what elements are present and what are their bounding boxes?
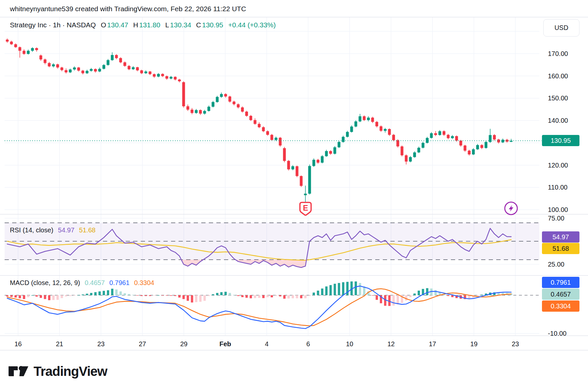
macd-histogram-value: 0.4657 xyxy=(85,279,105,287)
last-price-badge: 130.95 xyxy=(542,135,579,146)
time-tick-label: 19 xyxy=(470,340,478,348)
rsi-title: RSI (14, close) xyxy=(10,226,53,234)
time-tick-label: 23 xyxy=(512,340,519,348)
macd-tick-label: -10.00 xyxy=(548,330,567,337)
macd-signal-value: 0.3304 xyxy=(134,279,154,287)
time-tick-label: 10 xyxy=(346,340,353,348)
time-tick-label: 27 xyxy=(139,340,146,348)
currency-button[interactable]: USD xyxy=(543,19,579,37)
rsi-line-value: 54.97 xyxy=(58,226,74,234)
price-tick-label: 150.00 xyxy=(548,94,568,102)
rsi-ma-line-value: 51.68 xyxy=(79,226,95,234)
rsi-value-badge: 54.97 xyxy=(542,231,579,243)
time-tick-label: 6 xyxy=(306,340,310,348)
price-tick-label: 100.00 xyxy=(548,206,568,214)
macd-line-value: 0.7961 xyxy=(110,279,130,287)
time-tick-label: 17 xyxy=(429,340,436,348)
time-tick-label: Feb xyxy=(219,340,231,348)
time-tick-label: 12 xyxy=(387,340,395,348)
macd-histogram-value-badge: 0.4657 xyxy=(542,289,579,300)
symbol-legend[interactable]: Strategy Inc · 1h · NASDAQ O130.47 H131.… xyxy=(10,20,276,30)
rsi-tick-label: 75.00 xyxy=(548,215,564,222)
price-tick-label: 120.00 xyxy=(548,161,568,169)
time-tick-label: 21 xyxy=(56,340,63,348)
rsi-ma-value-badge: 51.68 xyxy=(542,243,579,254)
svg-text:E: E xyxy=(303,203,308,212)
ohlc-open: O130.47 xyxy=(101,21,128,29)
time-tick-label: 23 xyxy=(97,340,105,348)
price-tick-label: 170.00 xyxy=(548,50,568,58)
rsi-tick-label: 25.00 xyxy=(548,261,564,268)
tradingview-logo-text: TradingView xyxy=(34,364,107,379)
earnings-marker-icon[interactable]: E xyxy=(300,202,311,215)
symbol-title: Strategy Inc · 1h · NASDAQ xyxy=(10,21,96,29)
time-tick-label: 29 xyxy=(180,340,187,348)
macd-legend[interactable]: MACD (close, 12, 26, 9) 0.4657 0.7961 0.… xyxy=(10,279,154,287)
tradingview-logo[interactable]: TradingView xyxy=(8,364,107,379)
price-tick-label: 160.00 xyxy=(548,72,568,80)
price-chart-canvas[interactable]: E xyxy=(0,0,588,391)
rsi-legend[interactable]: RSI (14, close) 54.97 51.68 xyxy=(10,226,95,234)
flash-marker-icon[interactable] xyxy=(505,202,517,215)
time-tick-label: 4 xyxy=(265,340,268,348)
ohlc-high: H131.80 xyxy=(133,21,160,29)
ohlc-close: C130.95 xyxy=(196,21,223,29)
tradingview-logo-icon xyxy=(8,364,29,379)
macd-signal-value-badge: 0.3304 xyxy=(542,300,579,312)
price-tick-label: 140.00 xyxy=(548,117,568,124)
change-value: +0.44 (+0.33%) xyxy=(228,21,276,29)
ohlc-low: L130.34 xyxy=(165,21,191,29)
time-tick-label: 16 xyxy=(14,340,22,348)
macd-value-badge: 0.7961 xyxy=(542,277,579,288)
price-tick-label: 110.00 xyxy=(548,184,568,191)
macd-title: MACD (close, 12, 26, 9) xyxy=(10,279,80,287)
